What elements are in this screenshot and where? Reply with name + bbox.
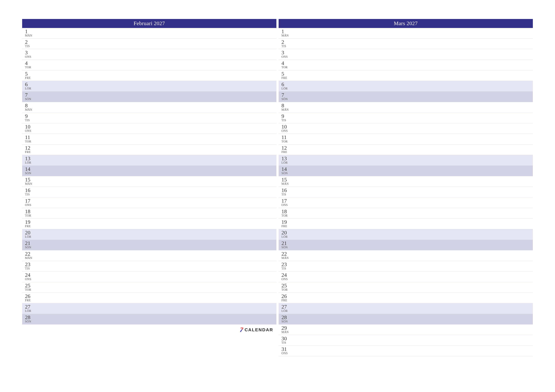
month-column-left: Februari 20271MÅN2TIS3ONS4TOR5FRE6LÖR7SÖ…: [22, 19, 276, 356]
day-number: 9: [281, 113, 533, 119]
day-number: 18: [281, 209, 533, 214]
day-weekday: MÅN: [281, 182, 533, 185]
day-row: 17ONS: [279, 197, 533, 208]
day-weekday: LÖR: [281, 235, 533, 238]
day-number: 20: [25, 230, 276, 235]
day-row: 3ONS: [279, 49, 533, 60]
day-number: 27: [25, 304, 276, 310]
day-weekday: MÅN: [281, 34, 533, 37]
day-row: 5FRE: [22, 70, 276, 81]
day-row: 27LÖR: [279, 303, 533, 314]
day-row: 16TIS: [22, 187, 276, 197]
day-row: 13LÖR: [22, 155, 276, 166]
day-row: 15MÅN: [279, 176, 533, 187]
day-row: 6LÖR: [22, 81, 276, 92]
day-number: 12: [25, 145, 276, 151]
day-weekday: ONS: [25, 278, 276, 281]
day-row: 28SÖN: [279, 314, 533, 325]
day-weekday: ONS: [281, 55, 533, 58]
day-weekday: FRE: [25, 225, 276, 228]
day-number: 19: [281, 219, 533, 225]
day-weekday: LÖR: [281, 309, 533, 312]
day-row: 19FRE: [22, 219, 276, 229]
day-weekday: TOR: [25, 288, 276, 291]
day-row: 14SÖN: [22, 166, 276, 176]
day-number: 22: [25, 251, 276, 257]
day-number: 24: [281, 272, 533, 278]
day-number: 5: [281, 71, 533, 77]
day-weekday: MÅN: [281, 256, 533, 259]
day-number: 15: [281, 177, 533, 183]
day-row: 11TOR: [279, 134, 533, 144]
day-number: 6: [281, 82, 533, 87]
day-number: 3: [281, 50, 533, 56]
day-weekday: TIS: [25, 193, 276, 196]
day-number: 2: [25, 39, 276, 45]
day-row: 11TOR: [22, 134, 276, 144]
day-weekday: SÖN: [281, 172, 533, 175]
day-weekday: TOR: [281, 288, 533, 291]
day-number: 9: [25, 113, 276, 119]
day-number: 21: [25, 240, 276, 246]
day-row: 25TOR: [279, 282, 533, 293]
day-number: 31: [281, 346, 533, 352]
day-number: 11: [281, 135, 533, 140]
day-weekday: TIS: [281, 193, 533, 196]
day-number: 4: [281, 60, 533, 66]
day-row: 18TOR: [22, 208, 276, 219]
month-column-right: Mars 20271MÅN2TIS3ONS4TOR5FRE6LÖR7SÖN8MÅ…: [279, 19, 533, 356]
day-weekday: FRE: [281, 150, 533, 153]
day-row: 8MÅN: [279, 102, 533, 113]
day-weekday: MÅN: [281, 108, 533, 111]
day-row: 7SÖN: [22, 92, 276, 102]
day-row: 6LÖR: [279, 81, 533, 92]
day-number: 8: [281, 103, 533, 108]
day-weekday: FRE: [281, 225, 533, 228]
day-row: 24ONS: [22, 271, 276, 282]
day-number: 26: [281, 293, 533, 299]
day-weekday: SÖN: [281, 98, 533, 100]
day-number: 20: [281, 230, 533, 235]
day-weekday: FRE: [25, 299, 276, 302]
day-number: 23: [281, 262, 533, 267]
day-number: 26: [25, 293, 276, 299]
day-number: 29: [281, 325, 533, 331]
day-weekday: ONS: [281, 352, 533, 355]
day-row: 17ONS: [22, 197, 276, 208]
day-number: 17: [25, 198, 276, 204]
day-weekday: ONS: [25, 203, 276, 207]
day-row: 3ONS: [22, 49, 276, 60]
day-row: 8MÅN: [22, 102, 276, 113]
day-row: 29MÅN: [279, 325, 533, 335]
day-number: 15: [25, 177, 276, 183]
month-header: Februari 2027: [22, 19, 276, 28]
day-weekday: ONS: [281, 129, 533, 132]
day-number: 19: [25, 219, 276, 225]
day-weekday: TOR: [281, 66, 533, 69]
day-weekday: TIS: [25, 267, 276, 270]
day-number: 14: [281, 166, 533, 172]
day-number: 16: [281, 187, 533, 193]
day-number: 16: [25, 187, 276, 193]
day-weekday: LÖR: [25, 161, 276, 164]
day-row: 9TIS: [279, 113, 533, 123]
day-weekday: MÅN: [25, 182, 276, 185]
day-number: 28: [25, 314, 276, 320]
day-row: 18TOR: [279, 208, 533, 219]
day-row: 31ONS: [279, 346, 533, 356]
day-row: 22MÅN: [279, 250, 533, 261]
day-row: 2TIS: [279, 39, 533, 49]
day-weekday: LÖR: [281, 87, 533, 90]
day-number: 3: [25, 50, 276, 56]
day-number: 10: [25, 124, 276, 130]
day-row: 12FRE: [22, 144, 276, 155]
day-number: 6: [25, 82, 276, 87]
day-row: 1MÅN: [22, 28, 276, 39]
day-row: 13LÖR: [279, 155, 533, 166]
day-weekday: TIS: [281, 119, 533, 122]
day-row: 9TIS: [22, 113, 276, 123]
day-number: 30: [281, 336, 533, 342]
day-number: 12: [281, 145, 533, 151]
day-number: 28: [281, 314, 533, 320]
day-row: 16TIS: [279, 187, 533, 197]
